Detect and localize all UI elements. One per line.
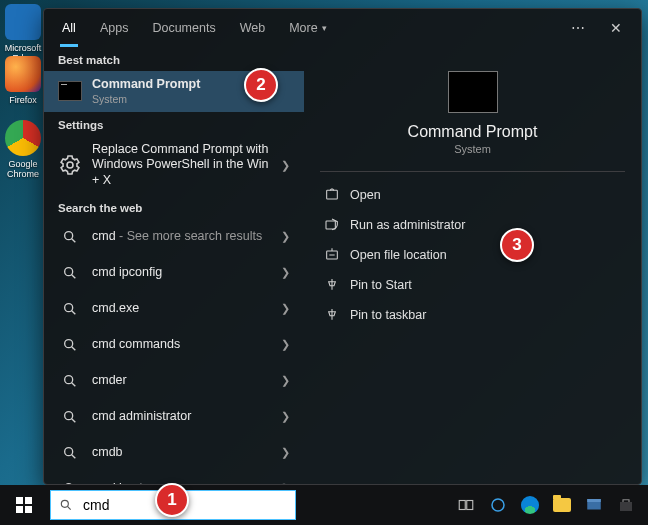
svg-point-5 xyxy=(65,303,73,311)
chevron-right-icon: ❯ xyxy=(281,410,290,423)
search-tabs: All Apps Documents Web More ▾ ⋯ ✕ xyxy=(44,9,641,47)
edge-icon xyxy=(5,4,41,40)
result-title: cmder xyxy=(92,373,271,389)
result-title: cmd - See more search results xyxy=(92,229,271,245)
preview-action-admin[interactable]: Run as administrator xyxy=(320,210,625,240)
svg-line-14 xyxy=(72,454,76,458)
search-icon xyxy=(58,405,82,429)
svg-point-7 xyxy=(65,339,73,347)
chrome-icon xyxy=(5,120,41,156)
taskbar-cortana[interactable] xyxy=(484,491,512,519)
svg-rect-31 xyxy=(467,501,473,510)
action-label: Open xyxy=(350,188,381,202)
result-title: cmdb xyxy=(92,445,271,461)
svg-line-12 xyxy=(72,418,76,422)
preview-action-open[interactable]: Open xyxy=(320,180,625,210)
web-result[interactable]: cmd ipconfig❯ xyxy=(44,255,304,291)
action-label: Run as administrator xyxy=(350,218,465,232)
svg-line-10 xyxy=(72,382,76,386)
web-result[interactable]: cmd commands❯ xyxy=(44,327,304,363)
action-label: Pin to Start xyxy=(350,278,412,292)
result-title: cmd hostname xyxy=(92,481,271,484)
preview-action-pin-start[interactable]: Pin to Start xyxy=(320,270,625,300)
svg-point-15 xyxy=(65,483,73,484)
svg-rect-22 xyxy=(326,221,335,229)
chevron-right-icon: ❯ xyxy=(281,374,290,387)
start-button[interactable] xyxy=(0,485,48,525)
svg-point-28 xyxy=(61,500,68,507)
chevron-right-icon: ❯ xyxy=(281,266,290,279)
svg-point-9 xyxy=(65,375,73,383)
taskbar-edge[interactable] xyxy=(516,491,544,519)
folder-icon xyxy=(553,498,571,512)
result-title: cmd administrator xyxy=(92,409,271,425)
tab-label: Apps xyxy=(100,21,129,35)
close-button[interactable]: ✕ xyxy=(599,20,633,36)
tab-web[interactable]: Web xyxy=(230,9,275,47)
settings-result[interactable]: Replace Command Prompt with Windows Powe… xyxy=(44,136,304,195)
taskbar-explorer[interactable] xyxy=(548,491,576,519)
chevron-down-icon: ▾ xyxy=(322,23,327,33)
taskbar-store[interactable] xyxy=(612,491,640,519)
svg-line-6 xyxy=(72,310,76,314)
result-title: cmd commands xyxy=(92,337,271,353)
chevron-right-icon: ❯ xyxy=(281,159,290,172)
admin-icon xyxy=(324,217,340,233)
edge-icon xyxy=(521,496,539,514)
tab-label: All xyxy=(62,21,76,35)
task-view-icon xyxy=(457,496,475,514)
svg-rect-30 xyxy=(459,501,465,510)
desktop-icon-chrome[interactable]: Google Chrome xyxy=(2,120,44,179)
pin-taskbar-icon xyxy=(324,307,340,323)
svg-point-0 xyxy=(67,162,73,168)
location-icon xyxy=(324,247,340,263)
preview-column: Command Prompt System OpenRun as adminis… xyxy=(304,47,641,484)
web-result[interactable]: cmd.exe❯ xyxy=(44,291,304,327)
result-title: cmd ipconfig xyxy=(92,265,271,281)
results-column: Best match Command Prompt System Setting… xyxy=(44,47,304,484)
search-icon xyxy=(58,261,82,285)
taskbar-task-view[interactable] xyxy=(452,491,480,519)
windows-icon xyxy=(16,497,32,513)
web-result[interactable]: cmdb❯ xyxy=(44,435,304,471)
result-title: Replace Command Prompt with Windows Powe… xyxy=(92,142,271,189)
tab-more[interactable]: More ▾ xyxy=(279,9,336,47)
desktop-icon-firefox[interactable]: Firefox xyxy=(2,56,44,105)
svg-rect-24 xyxy=(16,497,23,504)
tab-label: More xyxy=(289,21,317,35)
tab-all[interactable]: All xyxy=(52,9,86,47)
store-icon xyxy=(617,496,635,514)
annotation-badge-1: 1 xyxy=(155,483,189,517)
preview-action-location[interactable]: Open file location xyxy=(320,240,625,270)
svg-rect-25 xyxy=(25,497,32,504)
action-label: Pin to taskbar xyxy=(350,308,426,322)
chevron-right-icon: ❯ xyxy=(281,446,290,459)
preview-title: Command Prompt xyxy=(320,123,625,141)
svg-point-13 xyxy=(65,447,73,455)
taskbar-app[interactable] xyxy=(580,491,608,519)
web-result[interactable]: cmd hostname❯ xyxy=(44,471,304,484)
more-options-button[interactable]: ⋯ xyxy=(561,20,595,36)
svg-line-2 xyxy=(72,238,76,242)
web-result[interactable]: cmd administrator❯ xyxy=(44,399,304,435)
web-result[interactable]: cmd - See more search results❯ xyxy=(44,219,304,255)
tab-apps[interactable]: Apps xyxy=(90,9,139,47)
web-result[interactable]: cmder❯ xyxy=(44,363,304,399)
svg-line-29 xyxy=(67,506,70,509)
window-icon xyxy=(585,496,603,514)
result-title: cmd.exe xyxy=(92,301,271,317)
svg-point-1 xyxy=(65,231,73,239)
tab-documents[interactable]: Documents xyxy=(142,9,225,47)
action-label: Open file location xyxy=(350,248,447,262)
section-settings: Settings xyxy=(44,112,304,136)
search-icon xyxy=(59,498,73,512)
section-web: Search the web xyxy=(44,195,304,219)
svg-rect-26 xyxy=(16,506,23,513)
search-icon xyxy=(58,441,82,465)
preview-action-pin-taskbar[interactable]: Pin to taskbar xyxy=(320,300,625,330)
command-prompt-icon xyxy=(58,79,82,103)
search-icon xyxy=(58,297,82,321)
firefox-icon xyxy=(5,56,41,92)
desktop-icon-edge[interactable]: Microsoft Edge xyxy=(2,4,44,63)
chevron-right-icon: ❯ xyxy=(281,302,290,315)
